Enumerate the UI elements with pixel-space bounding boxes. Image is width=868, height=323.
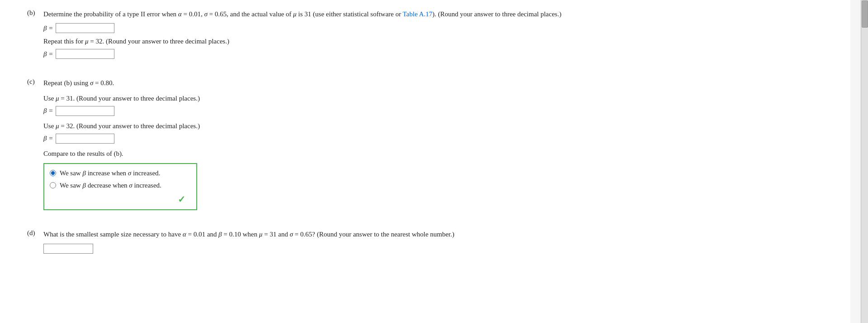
radio-option-1-label: We saw β increase when σ increased. bbox=[60, 169, 160, 177]
section-b: (b) Determine the probability of a type … bbox=[27, 9, 832, 65]
use-mu31-text: Use μ = 31. (Round your answer to three … bbox=[43, 95, 832, 102]
section-c-label: (c) bbox=[27, 78, 38, 86]
radio-option-2[interactable]: We saw β decrease when σ increased. bbox=[50, 182, 189, 189]
beta-input-row-c1: β = bbox=[43, 106, 832, 116]
beta-input-row-c2: β = bbox=[43, 134, 832, 144]
compare-section: Compare to the results of (b). We saw β … bbox=[43, 150, 832, 210]
section-d-label: (d) bbox=[27, 229, 38, 237]
checkmark-row: ✓ bbox=[50, 194, 189, 205]
scrollbar-thumb[interactable] bbox=[862, 0, 868, 28]
radio-option-1[interactable]: We saw β increase when σ increased. bbox=[50, 169, 189, 177]
section-c: (c) Repeat (b) using σ = 0.80. Use μ = 3… bbox=[27, 78, 832, 217]
scrollbar[interactable] bbox=[861, 0, 868, 323]
section-b-text: Determine the probability of a type II e… bbox=[43, 9, 832, 19]
radio-decrease[interactable] bbox=[50, 182, 56, 188]
repeat-mu32: Repeat this for μ = 32. (Round your answ… bbox=[43, 38, 832, 59]
beta-input-c1[interactable] bbox=[56, 106, 114, 116]
table-a17-link[interactable]: Table A.17 bbox=[403, 10, 432, 18]
use-mu31-section: Use μ = 31. (Round your answer to three … bbox=[43, 95, 832, 116]
beta-label-c2: β = bbox=[43, 135, 53, 142]
compare-options-box: We saw β increase when σ increased. We s… bbox=[43, 163, 197, 210]
compare-text: Compare to the results of (b). bbox=[43, 150, 832, 158]
radio-option-2-label: We saw β decrease when σ increased. bbox=[60, 182, 161, 189]
beta-input-b1[interactable] bbox=[56, 23, 114, 33]
section-d: (d) What is the smallest sample size nec… bbox=[27, 229, 832, 259]
beta-label-b2: β = bbox=[43, 50, 53, 58]
beta-input-row-b2: β = bbox=[43, 49, 832, 59]
beta-label-c1: β = bbox=[43, 107, 53, 115]
use-mu32-text: Use μ = 32. (Round your answer to three … bbox=[43, 122, 832, 130]
checkmark-icon: ✓ bbox=[178, 194, 185, 205]
beta-input-b2[interactable] bbox=[56, 49, 114, 59]
use-mu32-section: Use μ = 32. (Round your answer to three … bbox=[43, 122, 832, 144]
sample-size-input[interactable] bbox=[43, 244, 93, 254]
repeat-text: Repeat this for μ = 32. (Round your answ… bbox=[43, 38, 832, 45]
beta-input-c2[interactable] bbox=[56, 134, 114, 144]
beta-input-row-b1: β = bbox=[43, 23, 832, 33]
sample-size-input-row bbox=[43, 244, 832, 254]
radio-increase[interactable] bbox=[50, 170, 56, 176]
section-d-text: What is the smallest sample size necessa… bbox=[43, 229, 832, 240]
beta-label-b1: β = bbox=[43, 24, 53, 32]
section-c-header-text: Repeat (b) using σ = 0.80. bbox=[43, 78, 832, 88]
section-b-label: (b) bbox=[27, 9, 38, 17]
